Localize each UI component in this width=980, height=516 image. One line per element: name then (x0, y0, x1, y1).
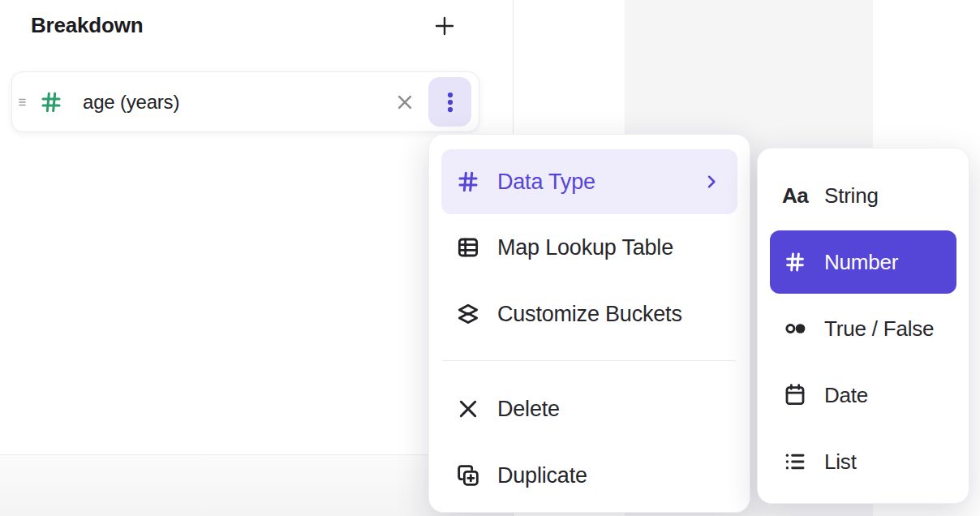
submenu-item-list[interactable]: List (758, 428, 969, 495)
submenu-item-string[interactable]: Aa String (758, 162, 969, 229)
menu-item-map-lookup-table[interactable]: Map Lookup Table (441, 214, 737, 281)
remove-field-button[interactable] (391, 88, 419, 116)
menu-item-label: Delete (497, 397, 560, 422)
submenu-item-label: Date (824, 383, 868, 408)
list-icon (782, 449, 808, 475)
hash-icon (455, 169, 481, 195)
field-options-menu: Data Type Map Lookup Table (428, 134, 750, 513)
calendar-icon (782, 382, 808, 408)
submenu-item-label: String (824, 183, 879, 209)
menu-divider (443, 360, 736, 361)
x-icon (455, 396, 481, 422)
dots-vertical-icon (438, 90, 462, 114)
text-aa-icon: Aa (782, 183, 808, 209)
menu-item-label: Data Type (497, 170, 595, 195)
submenu-item-number[interactable]: Number (770, 230, 956, 294)
chevron-right-icon (703, 174, 720, 190)
table-icon (455, 234, 481, 260)
submenu-item-true-false[interactable]: True / False (758, 295, 969, 362)
breakdown-section-title: Breakdown (31, 13, 143, 38)
plus-icon (432, 13, 458, 39)
boolean-circles-icon (782, 316, 808, 342)
duplicate-icon (455, 462, 481, 488)
drag-handle-icon[interactable] (17, 96, 30, 109)
add-breakdown-button[interactable] (428, 10, 461, 42)
close-icon (393, 90, 417, 114)
app-screen: Breakdown age (years) (0, 0, 980, 516)
data-type-submenu: Aa String Number True / False (757, 148, 969, 504)
menu-item-data-type[interactable]: Data Type (441, 149, 737, 214)
menu-item-customize-buckets[interactable]: Customize Buckets (441, 281, 737, 347)
layers-icon (455, 301, 481, 327)
field-name-label: age (years) (83, 91, 179, 114)
menu-item-duplicate[interactable]: Duplicate (441, 442, 737, 509)
field-options-button[interactable] (428, 77, 471, 127)
submenu-item-date[interactable]: Date (758, 362, 969, 428)
breakdown-field-row[interactable]: age (years) (11, 71, 479, 132)
menu-item-delete[interactable]: Delete (441, 376, 737, 442)
hash-icon (782, 249, 808, 275)
menu-item-label: Duplicate (497, 463, 587, 488)
submenu-item-label: Number (824, 250, 898, 275)
menu-item-label: Map Lookup Table (497, 235, 673, 260)
number-type-hash-icon (38, 89, 64, 115)
submenu-item-label: List (824, 449, 857, 475)
menu-item-label: Customize Buckets (497, 302, 682, 327)
submenu-item-label: True / False (824, 316, 934, 342)
